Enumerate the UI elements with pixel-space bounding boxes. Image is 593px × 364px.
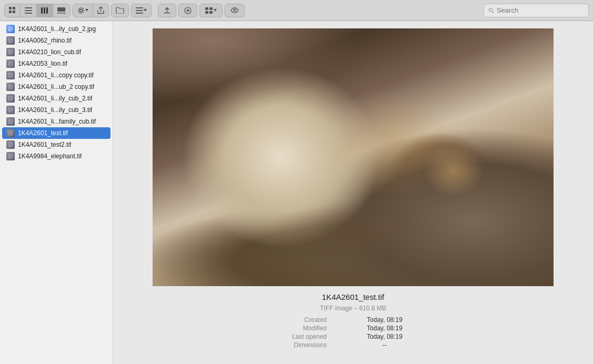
toolbar — [0, 0, 593, 21]
svg-rect-5 — [25, 10, 32, 11]
svg-rect-12 — [61, 13, 63, 14]
created-row: Created Today, 08:19 — [269, 316, 437, 323]
last-opened-label: Last opened — [269, 333, 332, 340]
svg-rect-30 — [8, 61, 13, 66]
upload-btn[interactable] — [158, 4, 176, 17]
svg-point-23 — [234, 9, 236, 12]
share-btn[interactable] — [93, 4, 108, 17]
svg-rect-0 — [9, 7, 12, 9]
svg-rect-8 — [44, 7, 45, 14]
file-icon — [6, 48, 15, 56]
created-label: Created — [269, 316, 332, 323]
modified-row: Modified Today, 08:19 — [269, 325, 437, 332]
view-mode-group — [4, 4, 71, 17]
svg-rect-22 — [209, 11, 213, 14]
file-name-label: 1K4A9984_elephant.tif — [18, 153, 82, 160]
svg-rect-34 — [8, 107, 13, 113]
file-name-label: 1K4A2053_lion.tif — [18, 60, 67, 67]
svg-rect-15 — [136, 7, 143, 8]
svg-rect-16 — [136, 10, 143, 11]
list-item[interactable]: 1K4A2053_lion.tif — [2, 58, 110, 69]
list-item[interactable]: J1K4A2601_li...ily_cub_2.jpg — [2, 23, 110, 35]
svg-rect-33 — [8, 96, 13, 101]
grid-view-btn[interactable] — [199, 4, 223, 17]
file-icon — [6, 36, 15, 45]
list-item[interactable]: 1K4A2601_li...copy copy.tif — [2, 69, 110, 81]
dimensions-label: Dimensions — [269, 341, 332, 349]
file-name-label: 1K4A2601_li...ily_cub_3.tif — [18, 106, 92, 114]
search-input[interactable] — [497, 6, 584, 14]
svg-rect-3 — [13, 11, 15, 13]
modified-value: Today, 08:19 — [332, 325, 437, 332]
list-item[interactable]: 1K4A2601_li...ily_cub_2.tif — [2, 93, 110, 104]
view-list-btn[interactable] — [21, 4, 37, 17]
svg-rect-17 — [136, 13, 143, 14]
dimensions-row: Dimensions -- — [269, 341, 437, 349]
list-item[interactable]: 1K4A9984_elephant.tif — [2, 150, 110, 162]
svg-point-24 — [489, 8, 492, 11]
last-opened-row: Last opened Today, 08:19 — [269, 333, 437, 340]
svg-rect-13 — [63, 13, 65, 14]
file-name-label: 1K4A0062_rhino.tif — [18, 37, 72, 44]
svg-rect-28 — [8, 38, 13, 43]
file-name-label: 1K4A2601_test2.tif — [18, 141, 71, 148]
file-icon — [6, 106, 15, 114]
file-name-label: 1K4A2601_li...family_cub.tif — [18, 118, 96, 125]
svg-rect-2 — [9, 11, 12, 13]
view-gallery-btn[interactable] — [53, 4, 70, 17]
search-icon — [488, 7, 494, 14]
list-item[interactable]: 1K4A2601_test.tif — [2, 127, 110, 139]
svg-rect-21 — [205, 11, 208, 14]
sidebar: J1K4A2601_li...ily_cub_2.jpg1K4A0062_rhi… — [0, 21, 113, 364]
file-name-label: 1K4A2601_li...ily_cub_2.jpg — [18, 25, 96, 33]
file-name-label: 1K4A2601_li...copy copy.tif — [18, 72, 94, 79]
more-btn[interactable] — [132, 4, 151, 17]
svg-rect-11 — [57, 13, 59, 14]
preview-image — [153, 28, 554, 286]
svg-rect-19 — [205, 7, 208, 10]
dimensions-value: -- — [332, 341, 437, 349]
svg-rect-32 — [8, 84, 13, 89]
eye-btn[interactable] — [225, 4, 245, 17]
file-name-label: 1K4A2601_li...ub_2 copy.tif — [18, 83, 94, 90]
svg-rect-31 — [8, 73, 13, 78]
list-item[interactable]: 1K4A2601_li...ub_2 copy.tif — [2, 81, 110, 93]
tag-btn[interactable] — [178, 4, 197, 17]
svg-rect-7 — [41, 7, 43, 14]
file-name-label: 1K4A2601_test.tif — [18, 129, 68, 137]
file-icon: J — [6, 25, 15, 33]
file-icon — [6, 140, 15, 149]
svg-point-14 — [80, 9, 83, 12]
file-name-label: 1K4A0210_lion_cub.tif — [18, 48, 81, 56]
file-icon — [6, 71, 15, 79]
file-icon — [6, 129, 15, 137]
action-group — [73, 4, 109, 17]
list-item[interactable]: 1K4A0062_rhino.tif — [2, 35, 110, 46]
list-item[interactable]: 1K4A2601_li...ily_cub_3.tif — [2, 104, 110, 116]
svg-rect-10 — [57, 7, 65, 12]
view-icon-btn[interactable] — [5, 4, 21, 17]
folder-group — [111, 4, 129, 17]
list-item[interactable]: 1K4A2601_li...family_cub.tif — [2, 116, 110, 127]
preview-container — [153, 28, 554, 286]
last-opened-value: Today, 08:19 — [332, 333, 437, 340]
svg-rect-4 — [25, 7, 32, 8]
content-area: 1K4A2601_test.tif TIFF image – 610.8 MB … — [113, 21, 593, 364]
modified-label: Modified — [269, 325, 332, 332]
main-area: J1K4A2601_li...ily_cub_2.jpg1K4A0062_rhi… — [0, 21, 593, 364]
file-icon — [6, 83, 15, 91]
search-bar[interactable] — [484, 4, 589, 17]
svg-rect-29 — [8, 49, 13, 55]
list-item[interactable]: 1K4A0210_lion_cub.tif — [2, 46, 110, 58]
file-name-label: 1K4A2601_li...ily_cub_2.tif — [18, 95, 92, 102]
svg-rect-36 — [8, 130, 13, 136]
new-folder-btn[interactable] — [112, 4, 128, 17]
file-type-label: TIFF image – 610.8 MB — [269, 305, 437, 312]
list-item[interactable]: 1K4A2601_test2.tif — [2, 139, 110, 150]
svg-rect-35 — [8, 119, 13, 124]
svg-rect-6 — [25, 13, 32, 14]
file-icon — [6, 59, 15, 68]
view-columns-btn[interactable] — [37, 4, 53, 17]
created-value: Today, 08:19 — [332, 316, 437, 323]
settings-btn[interactable] — [73, 4, 93, 17]
